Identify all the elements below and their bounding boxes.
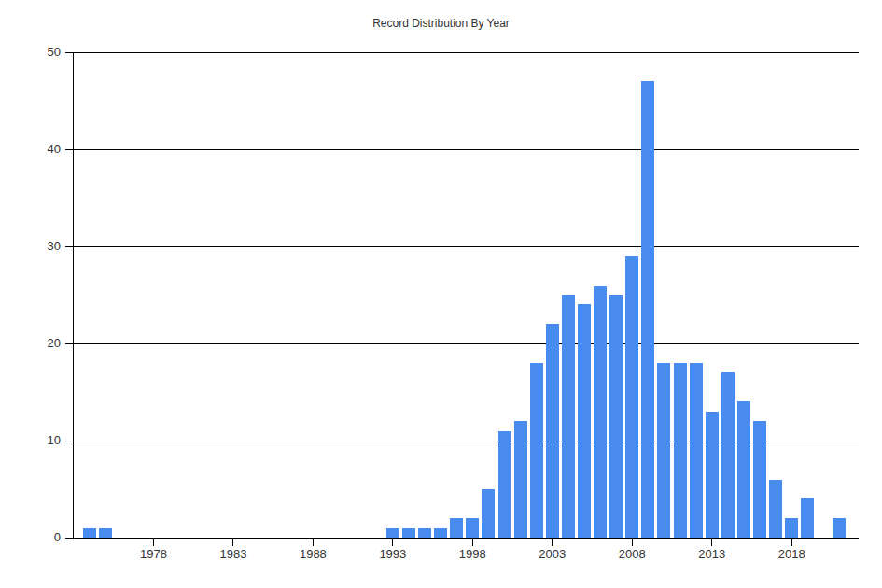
plot-area: 0102030405019781983198819931998200320082…	[73, 52, 859, 539]
bar-1994	[402, 528, 415, 538]
x-axis-tick-2008	[632, 538, 633, 546]
bar-1974	[83, 528, 96, 538]
chart-title: Record Distribution By Year	[0, 17, 882, 30]
x-axis-tick-1983	[232, 538, 233, 546]
y-axis-label-40: 40	[21, 142, 61, 157]
bar-2018	[785, 518, 798, 538]
y-axis-label-30: 30	[21, 239, 61, 254]
bar-2001	[514, 421, 527, 538]
bar-2006	[594, 286, 607, 538]
bar-2008	[625, 256, 638, 538]
x-axis-label-2018: 2018	[759, 547, 824, 562]
bar-1998	[466, 518, 479, 538]
y-axis-tick-30	[65, 246, 74, 247]
bar-2014	[721, 372, 735, 538]
bar-2002	[530, 363, 543, 538]
x-axis-tick-2003	[552, 538, 553, 546]
gridline-40	[74, 149, 859, 150]
y-axis-tick-20	[65, 343, 74, 344]
y-axis-label-0: 0	[21, 530, 61, 545]
x-axis-label-1998: 1998	[440, 547, 505, 562]
x-axis-tick-1988	[313, 538, 314, 546]
bar-2007	[609, 295, 623, 538]
bar-2010	[657, 363, 670, 538]
x-axis-tick-2018	[791, 538, 792, 546]
y-axis-label-20: 20	[21, 336, 61, 351]
bar-1996	[434, 528, 447, 538]
bar-2000	[498, 431, 511, 538]
bar-2017	[769, 480, 782, 538]
bar-1999	[482, 489, 495, 538]
bar-2019	[801, 498, 814, 538]
x-axis-tick-1993	[392, 538, 393, 546]
bar-1997	[450, 518, 463, 538]
bar-2004	[562, 295, 575, 538]
y-axis-tick-40	[65, 149, 74, 150]
x-axis-tick-1978	[153, 538, 154, 546]
gridline-20	[74, 343, 859, 344]
x-axis-label-1993: 1993	[360, 547, 426, 562]
x-axis-label-1988: 1988	[280, 547, 345, 562]
x-axis-label-2003: 2003	[520, 547, 585, 562]
gridline-30	[74, 246, 859, 247]
y-axis-label-50: 50	[21, 45, 61, 60]
bar-2009	[641, 81, 654, 538]
y-axis-tick-0	[65, 538, 74, 539]
bar-2011	[674, 363, 687, 538]
bar-1975	[99, 528, 112, 538]
bar-2016	[753, 421, 766, 538]
bar-2013	[706, 412, 719, 538]
bar-2015	[737, 401, 750, 538]
x-axis-label-1978: 1978	[120, 547, 186, 562]
record-distribution-chart: Record Distribution By Year 010203040501…	[0, 0, 882, 588]
bar-2021	[833, 518, 846, 538]
y-axis-tick-10	[65, 441, 74, 441]
bar-2005	[578, 304, 591, 538]
bar-1995	[418, 528, 431, 538]
y-axis-label-10: 10	[21, 433, 61, 448]
gridline-50	[74, 52, 859, 53]
x-axis-label-2013: 2013	[679, 547, 745, 562]
y-axis-tick-50	[65, 52, 74, 53]
x-axis-tick-1998	[472, 538, 473, 546]
bar-1993	[386, 528, 399, 538]
x-axis-label-2008: 2008	[599, 547, 665, 562]
x-axis-label-1983: 1983	[201, 547, 266, 562]
x-axis-tick-2013	[711, 538, 712, 546]
bar-2012	[690, 363, 703, 538]
bar-2003	[546, 324, 559, 538]
